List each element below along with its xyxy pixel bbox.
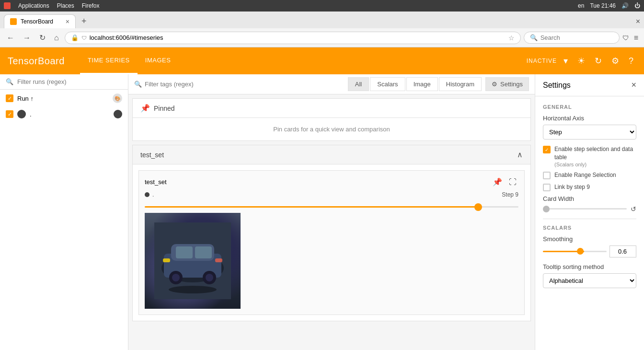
- card-width-reset-button[interactable]: ↺: [631, 205, 636, 213]
- theme-toggle-button[interactable]: ☀: [575, 53, 588, 69]
- content-scroll[interactable]: 📌 Pinned Pin cards for a quick view and …: [128, 94, 535, 350]
- card-width-control: ↺: [543, 205, 636, 213]
- os-bar-left: Applications Places Firefox: [4, 2, 99, 9]
- card-step-label: Step 9: [502, 191, 518, 198]
- card-width-label: Card Width: [543, 195, 636, 202]
- help-button[interactable]: ?: [626, 53, 636, 69]
- card-fullscreen-button[interactable]: ⛶: [507, 176, 518, 187]
- run-all-checkbox[interactable]: [6, 94, 13, 102]
- search-input[interactable]: [540, 34, 613, 41]
- palette-icon[interactable]: 🎨: [113, 93, 122, 103]
- tb-content: 🔍 All Scalars Image Histogram ⚙ Settings: [128, 74, 535, 350]
- sidebar-search: 🔍: [0, 74, 128, 90]
- enable-step-label: Enable step selection and data table: [554, 145, 636, 162]
- tab-close-button[interactable]: ×: [66, 18, 69, 25]
- browser-tab[interactable]: TensorBoard ×: [4, 14, 76, 28]
- os-lang: en: [578, 2, 584, 9]
- global-settings-button[interactable]: ⚙: [609, 53, 622, 69]
- os-bar-right: en Tue 21:46 🔊 ⏻: [578, 2, 640, 9]
- runs-header[interactable]: Run ↑ 🎨: [0, 90, 128, 107]
- url-input[interactable]: [90, 34, 506, 41]
- os-bar: Applications Places Firefox en Tue 21:46…: [0, 0, 644, 12]
- card-image-inner: [145, 213, 241, 309]
- bookmark-icon[interactable]: ☆: [508, 34, 515, 42]
- group-chevron-icon: ∧: [517, 150, 523, 159]
- step-slider[interactable]: [145, 206, 518, 208]
- card-run-label: .: [152, 191, 154, 198]
- browser-menu-button[interactable]: ≡: [632, 32, 640, 44]
- forward-button[interactable]: →: [20, 32, 34, 44]
- os-time: Tue 21:46: [590, 2, 616, 9]
- run-item[interactable]: .: [0, 107, 128, 121]
- settings-panel-button[interactable]: ⚙ Settings: [485, 77, 529, 91]
- tab-title: TensorBoard: [21, 18, 53, 25]
- new-tab-button[interactable]: +: [78, 14, 91, 28]
- svg-rect-10: [163, 258, 170, 262]
- browser-shield-icon: 🛡: [622, 34, 629, 42]
- tab-favicon: [10, 18, 17, 25]
- smoothing-row: Smoothing: [543, 235, 636, 257]
- nav-time-series[interactable]: TIME SERIES: [80, 47, 138, 74]
- enable-step-row: Enable step selection and data table (Sc…: [543, 145, 636, 167]
- browser-chrome: TensorBoard × + × ← → ↻ ⌂ 🔒 🛡 ☆ 🔍 🛡 ≡: [0, 12, 644, 47]
- os-firefox[interactable]: Firefox: [82, 2, 100, 9]
- pin-icon: 📌: [140, 104, 150, 113]
- filter-runs-input[interactable]: [17, 78, 122, 85]
- image-card: test_set 📌 ⛶ . Step 9: [138, 170, 525, 315]
- status-dropdown-button[interactable]: ▾: [561, 53, 571, 69]
- tb-nav: TIME SERIES IMAGES: [80, 47, 178, 74]
- search-icon: 🔍: [530, 34, 538, 41]
- search-bar[interactable]: 🔍: [524, 32, 620, 44]
- smoothing-label: Smoothing: [543, 235, 636, 243]
- filter-tags-icon: 🔍: [134, 81, 142, 88]
- url-bar[interactable]: 🔒 🛡 ☆: [65, 32, 521, 44]
- runs-label: Run ↑: [17, 95, 109, 102]
- svg-rect-5: [195, 246, 212, 258]
- link-by-step-row: Link by step 9: [543, 183, 636, 191]
- refresh-button[interactable]: ↻: [36, 31, 48, 44]
- smoothing-slider[interactable]: [543, 251, 607, 252]
- horizontal-axis-select[interactable]: Step Relative Wall: [543, 125, 636, 140]
- filter-tags-input[interactable]: [145, 81, 344, 88]
- enable-range-checkbox[interactable]: [543, 172, 551, 179]
- close-window-button[interactable]: ×: [636, 17, 640, 26]
- group-header[interactable]: test_set ∧: [133, 145, 530, 164]
- nav-images[interactable]: IMAGES: [138, 47, 179, 74]
- tb-logo: TensorBoard: [8, 56, 65, 67]
- enable-range-label: Enable Range Selection: [554, 171, 616, 179]
- settings-body: GENERAL Horizontal Axis Step Relative Wa…: [535, 96, 644, 350]
- filter-histogram-button[interactable]: Histogram: [439, 77, 482, 91]
- sidebar-search-icon: 🔍: [6, 78, 13, 85]
- back-button[interactable]: ←: [4, 32, 17, 44]
- filter-scalars-button[interactable]: Scalars: [370, 77, 405, 91]
- settings-close-button[interactable]: ×: [631, 80, 636, 90]
- enable-step-checkbox[interactable]: [543, 146, 551, 153]
- settings-panel: Settings × GENERAL Horizontal Axis Step …: [535, 74, 644, 350]
- os-applications[interactable]: Applications: [18, 2, 49, 9]
- os-places[interactable]: Places: [57, 2, 74, 9]
- filter-image-button[interactable]: Image: [406, 77, 438, 91]
- group-title: test_set: [140, 151, 517, 159]
- tooltip-select[interactable]: Alphabetical Ascending Descending Neares…: [543, 273, 636, 288]
- tb-toolbar: 🔍 All Scalars Image Histogram ⚙ Settings: [128, 74, 535, 94]
- tb-sidebar: 🔍 Run ↑ 🎨 .: [0, 74, 128, 350]
- card-width-slider[interactable]: [543, 208, 627, 210]
- pinned-body: Pin cards for a quick view and compariso…: [133, 117, 530, 140]
- card-width-row: Card Width ↺: [543, 195, 636, 213]
- run-checkbox[interactable]: [6, 110, 13, 118]
- smoothing-control: [543, 245, 636, 257]
- pinned-title: Pinned: [154, 105, 175, 112]
- tensorboard-app: TensorBoard TIME SERIES IMAGES INACTIVE …: [0, 47, 644, 350]
- smoothing-value-input[interactable]: [610, 245, 636, 257]
- filter-buttons: All Scalars Image Histogram: [348, 77, 482, 91]
- global-refresh-button[interactable]: ↻: [592, 53, 605, 69]
- step-slider-container: [145, 202, 518, 209]
- tab-bar: TensorBoard × + ×: [0, 12, 644, 28]
- home-button[interactable]: ⌂: [51, 32, 62, 44]
- filter-all-button[interactable]: All: [348, 77, 369, 91]
- horizontal-axis-row: Horizontal Axis Step Relative Wall: [543, 115, 636, 140]
- card-pin-button[interactable]: 📌: [491, 176, 504, 187]
- link-by-step-checkbox[interactable]: [543, 184, 551, 191]
- tooltip-row: Tooltip sorting method Alphabetical Asce…: [543, 263, 636, 288]
- card-actions: 📌 ⛶: [491, 176, 518, 187]
